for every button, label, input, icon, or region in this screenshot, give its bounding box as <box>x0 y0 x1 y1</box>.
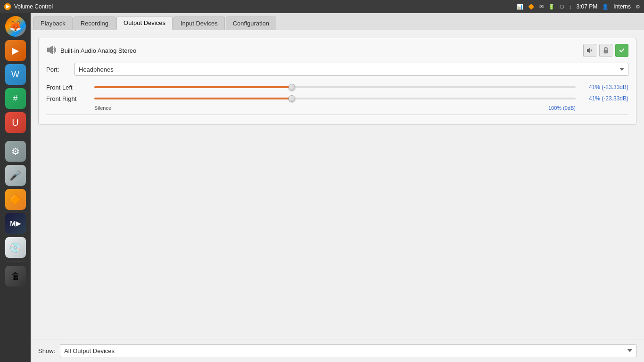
tray-icon-bluetooth: ⬡ <box>560 4 564 10</box>
sidebar-item-audio[interactable]: 🎤 <box>4 164 27 187</box>
sidebar-item-writer[interactable]: W <box>4 63 27 86</box>
active-button[interactable] <box>615 44 628 57</box>
main-layout: 🦊 ▶ W # U <box>0 13 644 362</box>
sidebar: 🦊 ▶ W # U <box>0 13 31 362</box>
front-left-value: 41% (-23.33dB) <box>581 84 628 90</box>
window-title: Volume Control <box>14 3 53 10</box>
device-controls <box>583 44 628 57</box>
sidebar-item-firefox[interactable]: 🦊 <box>4 15 27 38</box>
tab-output-devices[interactable]: Output Devices <box>116 16 173 30</box>
front-left-thumb[interactable] <box>289 84 295 90</box>
username: Interns <box>613 3 631 10</box>
device-card: Built-in Audio Analog Stereo <box>38 38 636 125</box>
sidebar-item-calc[interactable]: # <box>4 87 27 110</box>
tray-icon-1: 📊 <box>517 4 523 10</box>
tray-icon-battery: 🔋 <box>548 4 555 10</box>
tab-bar: Playback Recording Output Devices Input … <box>31 13 644 30</box>
sidebar-item-settings[interactable]: ⚙ <box>4 140 27 163</box>
tray-icon-network: ↕ <box>569 4 572 9</box>
front-right-row: Front Right 41% (-23.33dB) <box>46 94 628 103</box>
main-panel: Built-in Audio Analog Stereo <box>31 30 644 339</box>
device-name-row: Built-in Audio Analog Stereo <box>46 45 136 57</box>
user-icon: 👤 <box>602 4 609 10</box>
scale-labels: Silence 100% (0dB) <box>94 105 576 111</box>
show-label: Show: <box>38 347 55 354</box>
sidebar-item-misc[interactable]: 💿 <box>4 236 27 259</box>
sidebar-item-vlc[interactable]: 🔶 <box>4 188 27 211</box>
device-header: Built-in Audio Analog Stereo <box>46 44 628 57</box>
svg-rect-4 <box>587 49 588 52</box>
topbar-left: Volume Control <box>4 3 53 10</box>
sidebar-item-impress[interactable]: ▶ <box>4 39 27 62</box>
svg-marker-3 <box>50 46 53 54</box>
port-label: Port: <box>46 66 70 73</box>
device-audio-icon <box>46 45 57 57</box>
device-name: Built-in Audio Analog Stereo <box>60 47 136 54</box>
front-left-track <box>94 86 576 88</box>
app-icon <box>4 3 11 10</box>
show-select[interactable]: All Output Devices Hardware Output Devic… <box>60 344 636 357</box>
tab-playback[interactable]: Playback <box>33 16 73 30</box>
scale-silence: Silence <box>94 105 111 111</box>
scale-max: 100% (0dB) <box>548 105 576 111</box>
sidebar-item-mplayer[interactable]: M▶ <box>4 212 27 235</box>
sidebar-item-trash[interactable]: 🗑 <box>4 265 27 288</box>
topbar-right: 📊 🔶 ✉ 🔋 ⬡ ↕ 3:07 PM 👤 Interns ⚙ <box>517 3 640 10</box>
power-icon: ⚙ <box>636 4 640 10</box>
sidebar-divider-2 <box>6 262 25 262</box>
port-row: Port: Headphones <box>46 63 628 76</box>
tab-recording[interactable]: Recording <box>74 16 116 30</box>
port-select[interactable]: Headphones <box>74 63 628 76</box>
front-left-label: Front Left <box>46 84 89 91</box>
svg-marker-5 <box>588 48 590 53</box>
front-right-track <box>94 98 576 99</box>
front-right-value: 41% (-23.33dB) <box>581 95 628 102</box>
mute-button[interactable] <box>583 44 596 57</box>
topbar: Volume Control 📊 🔶 ✉ 🔋 ⬡ ↕ 3:07 PM 👤 Int… <box>0 0 644 13</box>
sidebar-divider-1 <box>6 137 25 137</box>
front-right-thumb[interactable] <box>289 95 295 102</box>
front-right-slider[interactable] <box>94 94 576 103</box>
front-left-row: Front Left 41% (-23.33dB) <box>46 82 628 92</box>
svg-rect-2 <box>47 48 50 52</box>
clock: 3:07 PM <box>577 3 598 10</box>
tray-icon-mail: ✉ <box>539 4 544 10</box>
section-divider <box>46 115 628 115</box>
tab-input-devices[interactable]: Input Devices <box>173 16 225 30</box>
content-area: Playback Recording Output Devices Input … <box>31 13 644 362</box>
sidebar-item-software[interactable]: U <box>4 111 27 134</box>
tray-icon-vlc: 🔶 <box>528 4 535 10</box>
tab-configuration[interactable]: Configuration <box>226 16 276 30</box>
bottom-bar: Show: All Output Devices Hardware Output… <box>31 339 644 362</box>
front-left-slider[interactable] <box>94 82 576 92</box>
lock-button[interactable] <box>599 44 612 57</box>
front-right-fill <box>94 98 292 99</box>
svg-rect-6 <box>604 50 608 53</box>
front-left-fill <box>94 86 292 88</box>
front-right-label: Front Right <box>46 95 89 102</box>
scale-row: Silence 100% (0dB) <box>46 105 628 111</box>
